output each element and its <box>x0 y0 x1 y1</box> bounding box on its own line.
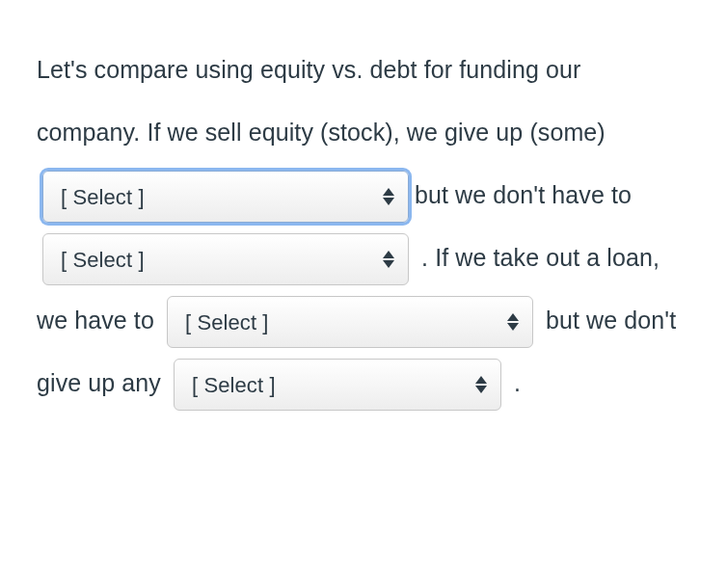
chevron-up-down-icon <box>475 376 487 393</box>
svg-marker-2 <box>383 251 394 258</box>
svg-marker-5 <box>507 323 519 331</box>
select-1-value: [ Select ] <box>61 170 145 225</box>
svg-marker-6 <box>475 376 487 384</box>
chevron-up-down-icon <box>507 313 519 331</box>
select-2[interactable]: [ Select ] <box>42 233 409 285</box>
text-fragment-2: but we don't have to <box>415 181 638 208</box>
select-3[interactable]: [ Select ] <box>167 296 533 348</box>
svg-marker-7 <box>475 386 487 393</box>
question-passage: Let's compare using equity vs. debt for … <box>37 39 690 414</box>
svg-marker-1 <box>383 198 394 205</box>
select-1[interactable]: [ Select ] <box>42 171 409 223</box>
select-4-value: [ Select ] <box>192 358 276 413</box>
text-fragment-5: . <box>507 369 521 396</box>
svg-marker-0 <box>383 188 394 196</box>
svg-marker-4 <box>507 313 519 321</box>
select-2-value: [ Select ] <box>61 232 145 287</box>
text-fragment-1: Let's compare using equity vs. debt for … <box>37 56 612 146</box>
chevron-up-down-icon <box>383 188 394 205</box>
chevron-up-down-icon <box>383 251 394 268</box>
select-3-value: [ Select ] <box>185 295 269 350</box>
svg-marker-3 <box>383 260 394 268</box>
select-4[interactable]: [ Select ] <box>174 359 501 411</box>
